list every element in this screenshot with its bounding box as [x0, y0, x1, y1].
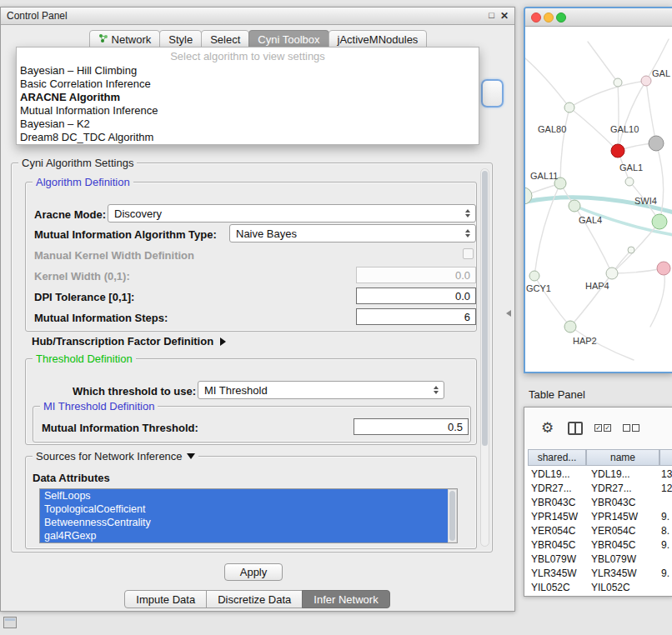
network-node[interactable]: [614, 78, 622, 87]
column-header-name[interactable]: name: [586, 449, 659, 466]
mi-steps-field[interactable]: 6: [356, 308, 476, 325]
network-edge[interactable]: [588, 42, 618, 82]
table-row[interactable]: YBR045CYBR045C9.: [524, 538, 672, 552]
mi-type-label: Mutual Information Algorithm Type:: [34, 228, 217, 241]
network-node[interactable]: [652, 214, 667, 229]
attribute-item-selfloops[interactable]: SelfLoops: [40, 489, 457, 502]
algorithm-help-button[interactable]: [481, 79, 504, 108]
sources-group-title[interactable]: Sources for Network Inference: [33, 450, 198, 462]
close-window-icon[interactable]: ✕: [500, 10, 509, 22]
algorithm-dropdown-list: Bayesian – Hill ClimbingBasic Correlatio…: [17, 64, 479, 144]
table-cell: YPR145W: [591, 510, 638, 524]
settings-scrollbar-thumb[interactable]: [482, 171, 488, 446]
settings-scrollbar[interactable]: [480, 168, 489, 547]
network-node[interactable]: [564, 321, 576, 332]
table-row[interactable]: YDL19...YDL19...13: [524, 468, 672, 482]
control-panel-window: Control Panel □ ✕ NetworkStyleSelectCyni…: [0, 7, 515, 612]
network-node[interactable]: [657, 262, 670, 275]
mi-threshold-field[interactable]: 0.5: [354, 418, 469, 435]
mi-type-value: Naive Bayes: [236, 228, 297, 240]
network-edge[interactable]: [525, 58, 569, 108]
hub-section-toggle[interactable]: Hub/Transcription Factor Definition: [32, 335, 226, 348]
minimize-button[interactable]: [544, 12, 554, 22]
panel-collapse-handle[interactable]: [506, 310, 511, 317]
table-row[interactable]: YIL052CYIL052C: [524, 581, 672, 595]
network-edge[interactable]: [650, 268, 664, 327]
kernel-width-field[interactable]: 0.0: [356, 267, 476, 283]
network-window-titlebar[interactable]: [525, 8, 672, 27]
network-node[interactable]: [569, 200, 580, 212]
network-canvas[interactable]: GAL80GAL10GAL11GAL1SWI4GAL4GCY1HAP4HAP2G…: [525, 27, 672, 372]
algorithm-option-bayesian-k2[interactable]: Bayesian – K2: [17, 118, 479, 131]
table-panel-label: Table Panel: [529, 388, 585, 401]
bottom-tab-discretize-data[interactable]: Discretize Data: [206, 590, 303, 608]
node-label-swi4: SWI4: [634, 196, 657, 206]
table-row[interactable]: YDR27...YDR27...12: [524, 482, 672, 496]
network-node[interactable]: [611, 144, 624, 158]
column-layout-icon[interactable]: [568, 422, 583, 435]
network-edge[interactable]: [618, 82, 619, 151]
select-all-icon[interactable]: ✓ ✓: [594, 424, 611, 432]
collapsed-panel-icon[interactable]: [3, 617, 17, 628]
network-edge[interactable]: [612, 268, 664, 273]
attribute-item-betweennesscentrality[interactable]: BetweennessCentrality: [40, 516, 457, 529]
algorithm-option-aracne-algorithm[interactable]: ARACNE Algorithm: [17, 91, 479, 104]
table-row[interactable]: YER054CYER054C8.: [524, 524, 672, 538]
deselect-all-icon[interactable]: [623, 424, 639, 432]
attributes-scrollbar[interactable]: [448, 489, 457, 542]
network-node[interactable]: [606, 268, 618, 279]
aracne-mode-combo[interactable]: Discovery: [108, 204, 476, 222]
network-edge[interactable]: [646, 81, 656, 143]
bottom-tab-infer-network[interactable]: Infer Network: [302, 590, 389, 608]
network-node[interactable]: [529, 271, 539, 281]
node-label-gal: GAL: [652, 68, 670, 78]
settings-gear-icon[interactable]: ⚙: [541, 419, 554, 437]
network-node[interactable]: [641, 76, 651, 86]
manual-kernel-checkbox[interactable]: [463, 248, 474, 259]
network-node[interactable]: [564, 102, 574, 112]
table-cell: YBR043C: [531, 496, 575, 510]
kernel-width-label: Kernel Width (0,1):: [34, 270, 130, 282]
dpi-tolerance-field[interactable]: 0.0: [356, 288, 476, 304]
network-node[interactable]: [649, 136, 664, 151]
collapse-down-icon: [187, 453, 195, 459]
network-node[interactable]: [628, 247, 634, 253]
table-cell: YBL079W: [591, 552, 636, 567]
attributes-scrollbar-thumb[interactable]: [449, 491, 455, 541]
which-threshold-combo[interactable]: MI Threshold: [198, 381, 444, 399]
node-label-hap2: HAP2: [573, 336, 597, 346]
algorithm-option-bayesian-hill-climbing[interactable]: Bayesian – Hill Climbing: [17, 64, 479, 78]
table-cell: YLR345W: [591, 567, 637, 581]
apply-button[interactable]: Apply: [224, 563, 283, 581]
node-label-gal11: GAL11: [530, 171, 558, 181]
table-cell: YER054C: [531, 524, 575, 538]
window-buttons: □ ✕: [489, 10, 509, 22]
algorithm-option-dream8-dc-tdc-algorithm[interactable]: Dream8 DC_TDC Algorithm: [17, 131, 479, 144]
algorithm-option-basic-correlation-inference[interactable]: Basic Correlation Inference: [17, 78, 479, 91]
float-window-icon[interactable]: □: [489, 10, 494, 22]
network-node[interactable]: [625, 178, 634, 186]
column-header-shared[interactable]: shared...: [528, 449, 586, 466]
bottom-tab-impute-data[interactable]: Impute Data: [124, 590, 207, 608]
close-button[interactable]: [531, 12, 541, 22]
table-row[interactable]: YPR145WYPR145W9.: [524, 510, 672, 524]
column-header-2[interactable]: [659, 449, 672, 466]
mi-steps-label: Mutual Information Steps:: [34, 312, 168, 324]
control-panel-titlebar[interactable]: Control Panel □ ✕: [1, 8, 514, 25]
sources-title-text: Sources for Network Inference: [36, 450, 183, 462]
attribute-item-topologicalcoefficient[interactable]: TopologicalCoefficient: [40, 502, 457, 516]
table-cell: 9.: [661, 510, 669, 524]
tab-label: Style: [168, 33, 193, 46]
table-cell: YBR045C: [591, 538, 635, 552]
node-label-gal1: GAL1: [619, 162, 643, 172]
algorithm-option-mutual-information-inference[interactable]: Mutual Information Inference: [17, 104, 479, 118]
zoom-button[interactable]: [556, 12, 566, 22]
attribute-item-gal4rgexp[interactable]: gal4RGexp: [40, 529, 457, 542]
mi-type-combo[interactable]: Naive Bayes: [229, 224, 476, 242]
network-edge[interactable]: [560, 108, 569, 183]
table-row[interactable]: YLR345WYLR345W9.: [524, 567, 672, 581]
table-row[interactable]: YBR043CYBR043C: [524, 496, 672, 510]
network-edge[interactable]: [569, 81, 646, 108]
table-row[interactable]: YBL079WYBL079W: [524, 552, 672, 567]
network-edge[interactable]: [618, 81, 646, 151]
